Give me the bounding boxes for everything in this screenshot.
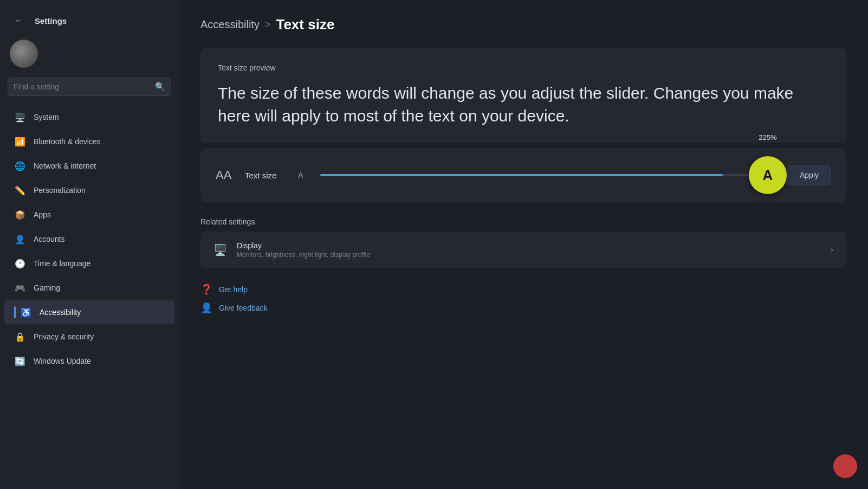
sidebar-item-label: Network & internet [34, 162, 96, 170]
sidebar-item-label: Windows Update [34, 357, 91, 365]
breadcrumb-current: Text size [276, 16, 334, 33]
gaming-icon: 🎮 [14, 282, 26, 294]
related-item-name: Display [237, 241, 821, 250]
back-button[interactable]: ← [10, 13, 28, 29]
related-item-display[interactable]: 🖥️ Display Monitors, brightness, night l… [200, 231, 846, 268]
sidebar-item-privacy[interactable]: 🔒 Privacy & security [4, 325, 174, 349]
related-texts: Display Monitors, brightness, night ligh… [237, 241, 821, 259]
slider-thumb-label: A [762, 167, 773, 184]
preview-card-title: Text size preview [218, 63, 829, 72]
search-box: 🔍 [8, 78, 171, 96]
sidebar-item-accessibility[interactable]: ♿ Accessibility [4, 300, 174, 324]
accessibility-icon: ♿ [20, 306, 32, 318]
sidebar-item-label: Gaming [34, 284, 60, 292]
sidebar-item-gaming[interactable]: 🎮 Gaming [4, 276, 174, 300]
sidebar-item-label: Personalization [34, 186, 86, 195]
time-icon: 🕐 [14, 258, 26, 269]
textsize-label: Text size [245, 171, 288, 180]
display-icon: 🖥️ [213, 243, 227, 256]
sidebar-item-update[interactable]: 🔄 Windows Update [4, 349, 174, 373]
slider-track [320, 174, 778, 176]
update-icon: 🔄 [14, 355, 26, 367]
accounts-icon: 👤 [14, 233, 26, 245]
related-settings-card: 🖥️ Display Monitors, brightness, night l… [200, 231, 846, 268]
sidebar-item-time[interactable]: 🕐 Time & language [4, 252, 174, 275]
search-input[interactable] [14, 82, 153, 91]
sidebar-item-label: Bluetooth & devices [34, 137, 101, 146]
corner-button[interactable] [833, 454, 857, 478]
slider-percent: 225% [759, 133, 776, 141]
slider-thumb[interactable]: A [749, 156, 787, 194]
sidebar: ← Settings 🔍 🖥️ System 📶 Bluetooth & dev… [0, 0, 179, 489]
slider-small-a: A [298, 171, 303, 179]
avatar [10, 40, 38, 68]
sidebar-item-personalization[interactable]: ✏️ Personalization [4, 178, 174, 202]
main-content: Accessibility > Text size Text size prev… [179, 0, 868, 489]
get-help-link[interactable]: ❓ Get help [200, 284, 846, 295]
network-icon: 🌐 [14, 160, 26, 172]
sidebar-item-accounts[interactable]: 👤 Accounts [4, 227, 174, 251]
slider-thumb-container: 225% A [749, 156, 787, 194]
sidebar-item-label: Accessibility [40, 308, 81, 317]
slider-wrapper: 225% A [320, 159, 778, 191]
preview-card: Text size preview The size of these word… [200, 48, 846, 143]
bluetooth-icon: 📶 [14, 136, 26, 147]
bottom-links: ❓ Get help 👤 Give feedback [200, 284, 846, 314]
sidebar-item-label: Time & language [34, 259, 90, 268]
give-feedback-link[interactable]: 👤 Give feedback [200, 302, 846, 314]
give-feedback-label: Give feedback [219, 304, 268, 312]
privacy-icon: 🔒 [14, 331, 26, 343]
sidebar-header: ← Settings [0, 5, 179, 34]
sidebar-item-network[interactable]: 🌐 Network & internet [4, 154, 174, 178]
get-help-icon: ❓ [200, 284, 212, 295]
sidebar-item-apps[interactable]: 📦 Apps [4, 203, 174, 227]
sidebar-item-system[interactable]: 🖥️ System [4, 105, 174, 129]
slider-fill [320, 174, 722, 176]
app-title: Settings [35, 16, 67, 25]
sidebar-item-label: Accounts [34, 235, 65, 243]
breadcrumb-separator: > [265, 19, 271, 30]
apply-button[interactable]: Apply [787, 165, 831, 185]
search-icon: 🔍 [155, 82, 165, 92]
textsize-icon: AA [216, 168, 235, 182]
give-feedback-icon: 👤 [200, 302, 212, 314]
sidebar-item-bluetooth[interactable]: 📶 Bluetooth & devices [4, 130, 174, 153]
sidebar-item-label: Privacy & security [34, 332, 94, 341]
related-settings-title: Related settings [200, 217, 846, 226]
system-icon: 🖥️ [14, 111, 26, 123]
sidebar-item-label: Apps [34, 210, 51, 219]
get-help-label: Get help [219, 285, 248, 294]
breadcrumb-parent[interactable]: Accessibility [200, 18, 260, 31]
preview-text: The size of these words will change as y… [218, 82, 829, 127]
sidebar-item-label: System [34, 113, 59, 121]
personalization-icon: ✏️ [14, 184, 26, 196]
related-item-desc: Monitors, brightness, night light, displ… [237, 251, 821, 259]
nav-menu: 🖥️ System 📶 Bluetooth & devices 🌐 Networ… [0, 105, 179, 374]
chevron-right-icon: › [831, 245, 833, 255]
textsize-card: AA Text size A 225% A Apply [200, 148, 846, 202]
breadcrumb: Accessibility > Text size [200, 16, 846, 33]
active-indicator [14, 306, 16, 318]
apps-icon: 📦 [14, 209, 26, 221]
